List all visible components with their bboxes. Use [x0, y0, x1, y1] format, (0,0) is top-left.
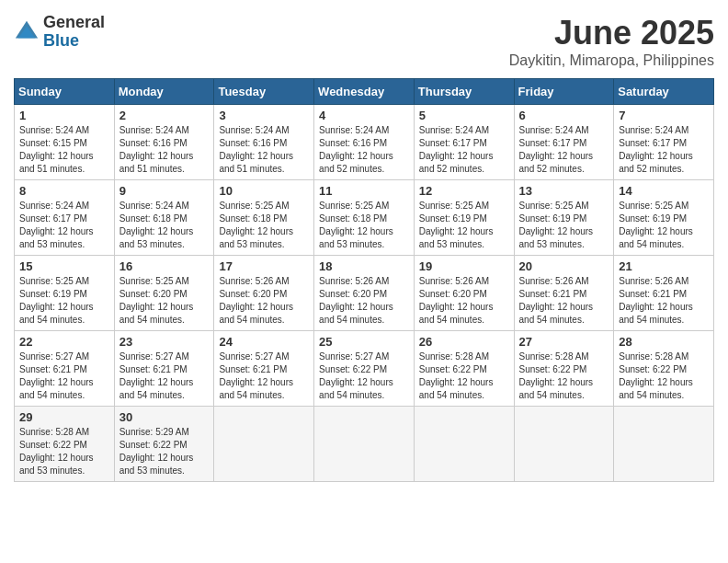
calendar-day-20: 20Sunrise: 5:26 AM Sunset: 6:21 PM Dayli… [514, 256, 614, 331]
page-header: General Blue June 2025 Daykitin, Mimarop… [14, 14, 714, 69]
calendar-day-7: 7Sunrise: 5:24 AM Sunset: 6:17 PM Daylig… [614, 105, 714, 180]
calendar-day-empty [614, 407, 714, 482]
calendar-day-29: 29Sunrise: 5:28 AM Sunset: 6:22 PM Dayli… [15, 407, 115, 482]
calendar-day-1: 1Sunrise: 5:24 AM Sunset: 6:15 PM Daylig… [15, 105, 115, 180]
calendar-header-friday: Friday [514, 79, 614, 105]
calendar-day-10: 10Sunrise: 5:25 AM Sunset: 6:18 PM Dayli… [214, 180, 314, 256]
title-section: June 2025 Daykitin, Mimaropa, Philippine… [509, 14, 714, 69]
calendar-week-1: 1Sunrise: 5:24 AM Sunset: 6:15 PM Daylig… [15, 105, 714, 180]
calendar-day-13: 13Sunrise: 5:25 AM Sunset: 6:19 PM Dayli… [514, 180, 614, 256]
calendar-week-5: 29Sunrise: 5:28 AM Sunset: 6:22 PM Dayli… [15, 407, 714, 482]
logo-general-text: General [43, 14, 105, 32]
calendar-day-23: 23Sunrise: 5:27 AM Sunset: 6:21 PM Dayli… [114, 331, 214, 407]
logo-text: General Blue [43, 14, 105, 51]
calendar-day-25: 25Sunrise: 5:27 AM Sunset: 6:22 PM Dayli… [314, 331, 415, 407]
calendar-day-empty [214, 407, 314, 482]
calendar-day-empty [414, 407, 514, 482]
calendar-day-empty [314, 407, 415, 482]
location-subtitle: Daykitin, Mimaropa, Philippines [509, 52, 714, 69]
calendar-day-18: 18Sunrise: 5:26 AM Sunset: 6:20 PM Dayli… [314, 256, 415, 331]
calendar-day-9: 9Sunrise: 5:24 AM Sunset: 6:18 PM Daylig… [114, 180, 214, 256]
calendar-day-16: 16Sunrise: 5:25 AM Sunset: 6:20 PM Dayli… [114, 256, 214, 331]
calendar-week-2: 8Sunrise: 5:24 AM Sunset: 6:17 PM Daylig… [15, 180, 714, 256]
calendar-week-4: 22Sunrise: 5:27 AM Sunset: 6:21 PM Dayli… [15, 331, 714, 407]
calendar-day-19: 19Sunrise: 5:26 AM Sunset: 6:20 PM Dayli… [414, 256, 514, 331]
logo: General Blue [14, 14, 105, 51]
month-year-title: June 2025 [509, 14, 714, 52]
calendar-week-3: 15Sunrise: 5:25 AM Sunset: 6:19 PM Dayli… [15, 256, 714, 331]
calendar-table: SundayMondayTuesdayWednesdayThursdayFrid… [14, 78, 714, 482]
calendar-header-saturday: Saturday [614, 79, 714, 105]
calendar-header-wednesday: Wednesday [314, 79, 415, 105]
calendar-day-17: 17Sunrise: 5:26 AM Sunset: 6:20 PM Dayli… [214, 256, 314, 331]
calendar-day-15: 15Sunrise: 5:25 AM Sunset: 6:19 PM Dayli… [15, 256, 115, 331]
calendar-day-6: 6Sunrise: 5:24 AM Sunset: 6:17 PM Daylig… [514, 105, 614, 180]
calendar-day-11: 11Sunrise: 5:25 AM Sunset: 6:18 PM Dayli… [314, 180, 415, 256]
calendar-day-27: 27Sunrise: 5:28 AM Sunset: 6:22 PM Dayli… [514, 331, 614, 407]
calendar-day-26: 26Sunrise: 5:28 AM Sunset: 6:22 PM Dayli… [414, 331, 514, 407]
logo-blue-text: Blue [43, 32, 105, 51]
calendar-day-12: 12Sunrise: 5:25 AM Sunset: 6:19 PM Dayli… [414, 180, 514, 256]
calendar-header-row: SundayMondayTuesdayWednesdayThursdayFrid… [15, 79, 714, 105]
calendar-header-sunday: Sunday [15, 79, 115, 105]
calendar-day-22: 22Sunrise: 5:27 AM Sunset: 6:21 PM Dayli… [15, 331, 115, 407]
calendar-day-28: 28Sunrise: 5:28 AM Sunset: 6:22 PM Dayli… [614, 331, 714, 407]
logo-icon [14, 19, 40, 45]
calendar-header-tuesday: Tuesday [214, 79, 314, 105]
calendar-day-30: 30Sunrise: 5:29 AM Sunset: 6:22 PM Dayli… [114, 407, 214, 482]
calendar-header-thursday: Thursday [414, 79, 514, 105]
calendar-day-4: 4Sunrise: 5:24 AM Sunset: 6:16 PM Daylig… [314, 105, 415, 180]
calendar-day-14: 14Sunrise: 5:25 AM Sunset: 6:19 PM Dayli… [614, 180, 714, 256]
calendar-day-2: 2Sunrise: 5:24 AM Sunset: 6:16 PM Daylig… [114, 105, 214, 180]
calendar-header-monday: Monday [114, 79, 214, 105]
calendar-day-8: 8Sunrise: 5:24 AM Sunset: 6:17 PM Daylig… [15, 180, 115, 256]
calendar-day-21: 21Sunrise: 5:26 AM Sunset: 6:21 PM Dayli… [614, 256, 714, 331]
calendar-day-5: 5Sunrise: 5:24 AM Sunset: 6:17 PM Daylig… [414, 105, 514, 180]
calendar-day-empty [514, 407, 614, 482]
calendar-day-3: 3Sunrise: 5:24 AM Sunset: 6:16 PM Daylig… [214, 105, 314, 180]
calendar-day-24: 24Sunrise: 5:27 AM Sunset: 6:21 PM Dayli… [214, 331, 314, 407]
